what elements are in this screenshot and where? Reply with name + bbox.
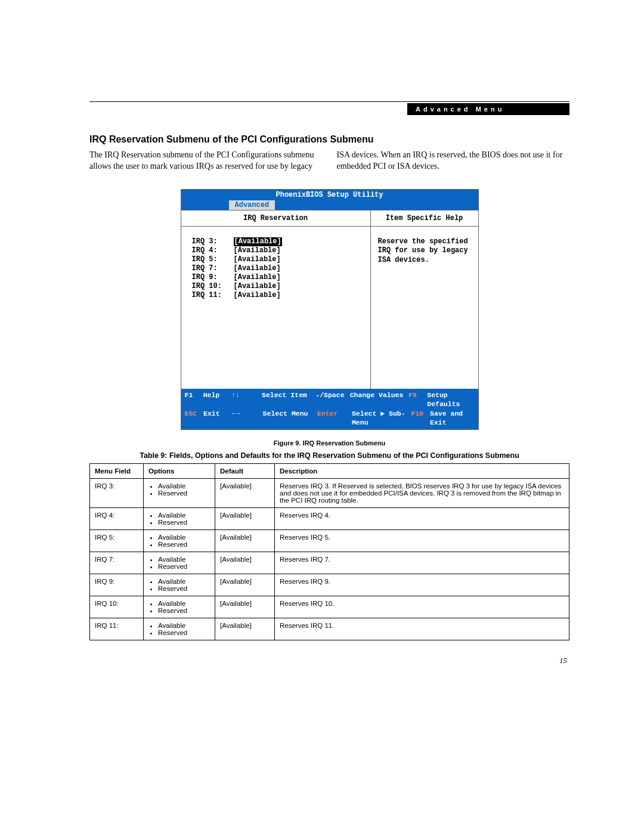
irq-row[interactable]: IRQ 11:[Available]	[192, 291, 363, 300]
cell-description: Reserves IRQ 9.	[275, 574, 569, 596]
cell-default: [Available]	[215, 478, 275, 507]
option-item: Reserved	[158, 629, 210, 636]
options-table: Menu Field Options Default Description I…	[89, 463, 569, 640]
irq-row[interactable]: IRQ 9:[Available]	[192, 273, 363, 282]
option-item: Reserved	[158, 563, 210, 570]
cell-description: Reserves IRQ 3. If Reserved is selected,…	[275, 478, 569, 507]
key-f1: F1	[185, 391, 203, 409]
cell-options: AvailableReserved	[144, 618, 215, 640]
bios-tab-advanced[interactable]: Advanced	[229, 200, 275, 210]
irq-row[interactable]: IRQ 5:[Available]	[192, 255, 363, 264]
irq-row[interactable]: IRQ 7:[Available]	[192, 264, 363, 273]
option-item: Available	[158, 600, 210, 607]
label-exit: Exit	[203, 409, 232, 428]
table-header-row: Menu Field Options Default Description	[90, 463, 569, 478]
option-item: Available	[158, 556, 210, 563]
cell-options: AvailableReserved	[144, 574, 215, 596]
th-description: Description	[275, 463, 569, 478]
table-row: IRQ 7:AvailableReserved[Available]Reserv…	[90, 552, 569, 574]
cell-menu-field: IRQ 5:	[90, 529, 144, 552]
key-f10: F10	[411, 409, 431, 428]
cell-menu-field: IRQ 10:	[90, 596, 144, 618]
irq-label: IRQ 4:	[192, 246, 234, 255]
figure-caption: Figure 9. IRQ Reservation Submenu	[89, 439, 569, 447]
irq-label: IRQ 10:	[192, 282, 234, 291]
cell-options: AvailableReserved	[144, 552, 215, 574]
table-row: IRQ 10:AvailableReserved[Available]Reser…	[90, 596, 569, 618]
irq-row[interactable]: IRQ 4:[Available]	[192, 246, 363, 255]
table-row: IRQ 11:AvailableReserved[Available]Reser…	[90, 618, 569, 640]
option-item: Reserved	[158, 607, 210, 614]
irq-row[interactable]: IRQ 3:[Available]	[192, 237, 363, 246]
label-select-menu: Select Menu	[263, 409, 317, 428]
option-item: Reserved	[158, 541, 210, 548]
irq-value[interactable]: [Available]	[234, 264, 281, 273]
key-minus-space: -/Space	[315, 391, 349, 409]
table-row: IRQ 3:AvailableReserved[Available]Reserv…	[90, 478, 569, 507]
key-arrows-v: ↑↓	[231, 391, 262, 409]
bios-left-title: IRQ Reservation	[181, 210, 370, 227]
cell-options: AvailableReserved	[144, 478, 215, 507]
irq-label: IRQ 7:	[192, 264, 234, 273]
cell-options: AvailableReserved	[144, 596, 215, 618]
cell-menu-field: IRQ 9:	[90, 574, 144, 596]
th-options: Options	[144, 463, 215, 478]
bios-right-title: Item Specific Help	[371, 210, 478, 227]
page-number: 15	[89, 656, 569, 665]
bios-panel: PhoenixBIOS Setup Utility Advanced IRQ R…	[181, 189, 479, 430]
irq-label: IRQ 3:	[192, 237, 234, 246]
irq-value[interactable]: [Available]	[234, 291, 281, 300]
bios-footer: F1 Help ↑↓ Select Item -/Space Change Va…	[181, 389, 478, 429]
irq-label: IRQ 9:	[192, 273, 234, 282]
key-f9: F9	[408, 391, 427, 409]
cell-default: [Available]	[215, 529, 275, 552]
option-item: Available	[158, 534, 210, 541]
option-item: Reserved	[158, 585, 210, 592]
table-row: IRQ 5:AvailableReserved[Available]Reserv…	[90, 529, 569, 552]
bios-help-text: Reserve the specified IRQ for use by leg…	[371, 227, 478, 276]
cell-description: Reserves IRQ 4.	[275, 507, 569, 529]
label-setup-defaults: Setup Defaults	[427, 391, 474, 409]
option-item: Available	[158, 622, 210, 629]
cell-description: Reserves IRQ 10.	[275, 596, 569, 618]
label-select-item: Select Item	[262, 391, 315, 409]
cell-options: AvailableReserved	[144, 507, 215, 529]
irq-value[interactable]: [Available]	[234, 273, 281, 282]
cell-description: Reserves IRQ 7.	[275, 552, 569, 574]
option-item: Reserved	[158, 490, 210, 497]
cell-default: [Available]	[215, 618, 275, 640]
bios-tab-row: Advanced	[181, 200, 478, 210]
option-item: Reserved	[158, 519, 210, 526]
label-select-sub: Select ▶ Sub-Menu	[352, 409, 411, 428]
header-tag: Advanced Menu	[407, 103, 569, 115]
section-title: IRQ Reservation Submenu of the PCI Confi…	[89, 134, 569, 145]
key-esc: ESC	[185, 409, 204, 428]
cell-default: [Available]	[215, 552, 275, 574]
label-help: Help	[203, 391, 232, 409]
irq-value[interactable]: [Available]	[234, 237, 282, 246]
cell-description: Reserves IRQ 11.	[275, 618, 569, 640]
intro-paragraph: The IRQ Reservation submenu of the PCI C…	[89, 150, 569, 172]
cell-menu-field: IRQ 3:	[90, 478, 144, 507]
header-bar: Advanced Menu	[89, 103, 569, 115]
key-enter: Enter	[317, 409, 352, 428]
bios-right-pane: Item Specific Help Reserve the specified…	[371, 210, 478, 389]
option-item: Available	[158, 512, 210, 519]
table-caption: Table 9: Fields, Options and Defaults fo…	[89, 451, 569, 460]
irq-label: IRQ 5:	[192, 255, 234, 264]
th-menu-field: Menu Field	[90, 463, 144, 478]
option-item: Available	[158, 482, 210, 490]
cell-description: Reserves IRQ 5.	[275, 529, 569, 552]
irq-value[interactable]: [Available]	[234, 282, 281, 291]
irq-value[interactable]: [Available]	[234, 255, 281, 264]
irq-value[interactable]: [Available]	[234, 246, 281, 255]
label-change-values: Change Values	[350, 391, 408, 409]
cell-options: AvailableReserved	[144, 529, 215, 552]
cell-menu-field: IRQ 4:	[90, 507, 144, 529]
header-rule	[89, 101, 569, 102]
cell-default: [Available]	[215, 507, 275, 529]
irq-row[interactable]: IRQ 10:[Available]	[192, 282, 363, 291]
bios-left-pane: IRQ Reservation IRQ 3:[Available]IRQ 4:[…	[181, 210, 371, 389]
table-row: IRQ 9:AvailableReserved[Available]Reserv…	[90, 574, 569, 596]
label-save-exit: Save and Exit	[430, 409, 474, 428]
